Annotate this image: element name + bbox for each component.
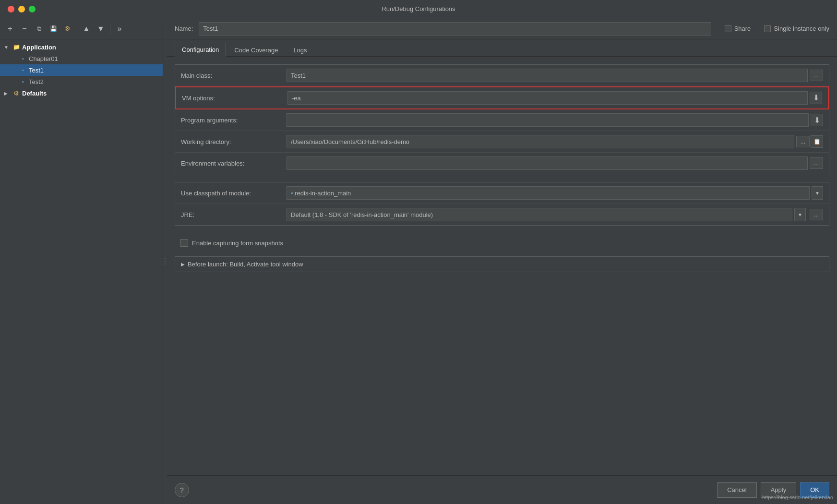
minimize-button[interactable] bbox=[18, 6, 25, 12]
expand-arrow-icon: ▼ bbox=[4, 45, 11, 50]
vm-options-row: VM options: ⬇ bbox=[175, 86, 829, 109]
before-launch-section: ▶ Before launch: Build, Activate tool wi… bbox=[175, 256, 829, 272]
defaults-gear-icon: ⚙ bbox=[12, 89, 20, 97]
main-class-label: Main class: bbox=[181, 72, 287, 79]
sidebar-item-chapter01[interactable]: ▪ Chapter01 bbox=[0, 53, 163, 64]
before-launch-expand-icon: ▶ bbox=[181, 262, 185, 267]
snapshots-label: Enable capturing form snapshots bbox=[192, 240, 283, 247]
title-bar: Run/Debug Configurations bbox=[0, 0, 837, 18]
config-section: Main class: Test1 ... VM options: ⬇ Prog… bbox=[175, 64, 829, 174]
main-content: + − ⧉ 💾 ⚙ ▲ ▼ » ▼ 📁 Application ▪ Chapte… bbox=[0, 18, 837, 504]
jre-row: JRE: Default (1.8 - SDK of 'redis-in-act… bbox=[175, 204, 829, 225]
move-up-button[interactable]: ▲ bbox=[80, 23, 93, 35]
maximize-button[interactable] bbox=[29, 6, 36, 12]
snapshots-checkbox[interactable] bbox=[180, 239, 188, 247]
classpath-select-wrapper: ▪ redis-in-action_main ▼ bbox=[287, 186, 823, 200]
program-args-label: Program arguments: bbox=[181, 117, 287, 124]
name-row: Name: Test1 Share Single instance only bbox=[167, 18, 837, 39]
main-class-browse-button[interactable]: ... bbox=[810, 70, 823, 81]
save-config-button[interactable]: 💾 bbox=[47, 23, 60, 35]
classpath-select-display[interactable]: ▪ redis-in-action_main bbox=[287, 186, 810, 200]
program-args-expand-button[interactable]: ⬇ bbox=[811, 114, 823, 126]
toolbar-separator bbox=[77, 24, 77, 34]
footer-left: ? bbox=[175, 483, 189, 497]
window-title: Run/Debug Configurations bbox=[382, 5, 455, 12]
share-area: Share bbox=[725, 25, 751, 32]
classpath-dropdown-arrow[interactable]: ▼ bbox=[812, 186, 823, 200]
jre-dropdown-arrow[interactable]: ▼ bbox=[794, 208, 806, 221]
env-vars-browse-button[interactable]: ... bbox=[810, 157, 823, 169]
module-icon: ▪ bbox=[291, 190, 293, 196]
working-dir-browse-button[interactable]: ... bbox=[796, 136, 810, 147]
gear-config-button[interactable]: ⚙ bbox=[61, 23, 74, 35]
classpath-value: redis-in-action_main bbox=[295, 190, 351, 197]
working-dir-row: Working directory: ... 📋 bbox=[175, 131, 829, 153]
more-options-button[interactable]: » bbox=[113, 23, 126, 35]
single-instance-checkbox[interactable] bbox=[764, 25, 771, 32]
tab-configuration[interactable]: Configuration bbox=[175, 43, 226, 57]
vm-options-label: VM options: bbox=[182, 95, 287, 102]
file-icon: ▪ bbox=[19, 55, 27, 62]
application-label: Application bbox=[22, 44, 56, 51]
env-vars-label: Environment variables: bbox=[181, 160, 287, 167]
resize-handle[interactable]: ••• bbox=[163, 18, 167, 504]
close-button[interactable] bbox=[8, 6, 14, 12]
sidebar-item-test2[interactable]: ▪ Test2 bbox=[0, 76, 163, 87]
toolbar-separator-2 bbox=[110, 24, 110, 34]
config-panel: Main class: Test1 ... VM options: ⬇ Prog… bbox=[167, 57, 837, 475]
sidebar-tree: ▼ 📁 Application ▪ Chapter01 ▪ Test1 ▪ Te… bbox=[0, 39, 163, 504]
jre-browse-button[interactable]: ... bbox=[810, 209, 823, 220]
share-checkbox[interactable] bbox=[725, 25, 731, 32]
sidebar-toolbar: + − ⧉ 💾 ⚙ ▲ ▼ » bbox=[0, 18, 163, 39]
cancel-button[interactable]: Cancel bbox=[717, 482, 756, 498]
window-controls bbox=[8, 6, 36, 12]
jre-select-wrapper: Default (1.8 - SDK of 'redis-in-action_m… bbox=[287, 208, 823, 221]
name-label: Name: bbox=[175, 25, 193, 32]
tab-logs[interactable]: Logs bbox=[286, 43, 314, 57]
chapter01-label: Chapter01 bbox=[29, 55, 58, 62]
sidebar-item-application[interactable]: ▼ 📁 Application bbox=[0, 41, 163, 53]
sidebar-item-test1[interactable]: ▪ Test1 bbox=[0, 64, 163, 76]
sidebar: + − ⧉ 💾 ⚙ ▲ ▼ » ▼ 📁 Application ▪ Chapte… bbox=[0, 18, 163, 504]
remove-config-button[interactable]: − bbox=[18, 23, 31, 35]
tabs: Configuration Code Coverage Logs bbox=[167, 39, 837, 57]
add-config-button[interactable]: + bbox=[4, 23, 16, 35]
classpath-section: Use classpath of module: ▪ redis-in-acti… bbox=[175, 182, 829, 226]
test1-label: Test1 bbox=[29, 67, 44, 74]
file-icon-test1: ▪ bbox=[19, 66, 27, 74]
tab-code-coverage[interactable]: Code Coverage bbox=[227, 43, 285, 57]
sidebar-item-defaults[interactable]: ▶ ⚙ Defaults bbox=[0, 87, 163, 99]
before-launch-label: Before launch: Build, Activate tool wind… bbox=[188, 261, 303, 268]
expand-arrow-defaults-icon: ▶ bbox=[4, 91, 11, 96]
main-class-input[interactable]: Test1 bbox=[287, 69, 808, 82]
watermark: https://blog.csdn.net/jeikerxiao bbox=[762, 494, 833, 500]
vm-options-input[interactable] bbox=[287, 91, 808, 105]
working-dir-expand-button[interactable]: 📋 bbox=[811, 135, 823, 148]
share-label: Share bbox=[734, 25, 751, 32]
folder-icon: 📁 bbox=[12, 43, 20, 51]
snapshots-row: Enable capturing form snapshots bbox=[175, 233, 829, 252]
main-class-row: Main class: Test1 ... bbox=[175, 65, 829, 86]
jre-label: JRE: bbox=[181, 211, 287, 218]
defaults-label: Defaults bbox=[22, 90, 47, 97]
program-args-input[interactable] bbox=[287, 113, 809, 127]
name-input[interactable]: Test1 bbox=[199, 22, 711, 36]
test2-label: Test2 bbox=[29, 78, 44, 85]
vm-options-expand-button[interactable]: ⬇ bbox=[810, 92, 822, 104]
jre-select-display[interactable]: Default (1.8 - SDK of 'redis-in-action_m… bbox=[287, 208, 792, 221]
working-dir-label: Working directory: bbox=[181, 138, 287, 145]
move-down-button[interactable]: ▼ bbox=[95, 23, 107, 35]
footer: ? Cancel Apply OK bbox=[167, 475, 837, 504]
jre-value: Default (1.8 - SDK of 'redis-in-action_m… bbox=[291, 211, 433, 218]
program-args-row: Program arguments: ⬇ bbox=[175, 109, 829, 131]
classpath-label: Use classpath of module: bbox=[181, 190, 287, 197]
env-vars-row: Environment variables: ... bbox=[175, 153, 829, 174]
file-icon-test2: ▪ bbox=[19, 78, 27, 85]
copy-config-button[interactable]: ⧉ bbox=[33, 23, 45, 35]
before-launch-header[interactable]: ▶ Before launch: Build, Activate tool wi… bbox=[181, 261, 823, 268]
working-dir-input[interactable] bbox=[287, 135, 794, 148]
help-button[interactable]: ? bbox=[175, 483, 189, 497]
env-vars-input[interactable] bbox=[287, 156, 808, 170]
single-instance-label: Single instance only bbox=[774, 25, 829, 32]
right-panel: Name: Test1 Share Single instance only C… bbox=[167, 18, 837, 504]
